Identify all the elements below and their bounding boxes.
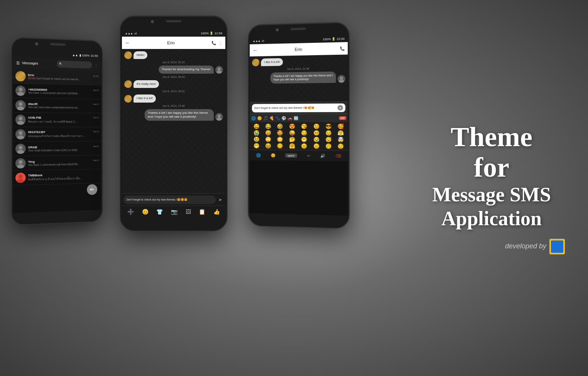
emoji-11[interactable]: 🤩 xyxy=(274,130,286,136)
emoji-cat8[interactable]: 🔤 xyxy=(294,116,298,120)
compose-fab[interactable]: ✏ xyxy=(87,184,97,195)
overflow-center[interactable]: ⋮ xyxy=(218,41,222,45)
call-icon-right[interactable]: 📞 xyxy=(340,46,345,51)
emoji-1[interactable]: 😀 xyxy=(251,123,262,129)
conversation-ying[interactable]: Ying Jun 2 You have 1 unreceived call fr… xyxy=(13,155,101,171)
emoji-17[interactable]: 😢 xyxy=(251,137,262,142)
emoji-cat1[interactable]: 🌐 xyxy=(251,116,256,120)
like-icon[interactable]: 👍 xyxy=(213,209,220,215)
emoji-30[interactable]: 😑 xyxy=(311,143,322,149)
text-section: Theme for Message SMS Application develo… xyxy=(418,122,565,254)
phone-center: ▲▲▲ .ul 100% 🔋 21:59 ← Erin 📞 ⋮ Hello! J… xyxy=(120,15,228,231)
gallery-icon[interactable]: 🖼 xyxy=(186,209,191,215)
keyboard-delete[interactable]: ⌫ xyxy=(335,154,341,158)
emoji-3[interactable]: 🤣 xyxy=(274,123,286,129)
signal-icon: ▲▲ xyxy=(72,53,78,57)
emoji-7[interactable]: 😎 xyxy=(323,123,334,129)
emoji-cat2[interactable]: 😊 xyxy=(257,116,262,120)
emoji-15[interactable]: 😒 xyxy=(323,130,334,136)
emoji-13[interactable]: 😏 xyxy=(298,130,309,136)
msg-row-thanks-lot: Thanks a lot! I am happy you like this t… xyxy=(124,109,223,121)
emoji-28[interactable]: 🤗 xyxy=(286,143,297,149)
emoji-cat5[interactable]: 🐾 xyxy=(275,116,280,120)
emoji-cat6[interactable]: ⚽ xyxy=(281,116,286,120)
overflow-menu-icon[interactable]: ⋮ xyxy=(94,63,98,67)
keyboard-space[interactable]: space xyxy=(285,153,297,158)
avatar-ying xyxy=(15,158,26,169)
emoji-23[interactable]: 😴 xyxy=(323,137,334,142)
conversation-erin[interactable]: Erin 21:57 [Draft] Don't forget to check… xyxy=(13,69,101,86)
conversation-dtac[interactable]: dtacIR Jun 3 You can now enjoy outgoing/… xyxy=(13,98,101,113)
emoji-20[interactable]: 🤔 xyxy=(286,137,297,142)
emoji-16[interactable]: 😤 xyxy=(335,130,346,136)
brand-logo-icon xyxy=(549,239,565,254)
clipboard-icon[interactable]: 📋 xyxy=(199,209,205,215)
emoji-25[interactable]: 😁 xyxy=(251,143,262,148)
avatar-grab xyxy=(15,143,26,154)
emoji-14[interactable]: 🥺 xyxy=(311,130,322,136)
message-preview-uob: พิษเฉพาะคะ! ร่อนนี. วิกานฟรีที Black C..… xyxy=(28,120,99,124)
message-preview-tmb: ยินดีต้อยรับ ม.ม.มี คุณได้รับดอกเบี้ยบาก… xyxy=(28,176,99,182)
camera-icon[interactable]: 📷 xyxy=(171,209,177,215)
emoji-8[interactable]: 🥰 xyxy=(335,123,346,129)
emoji-22[interactable]: 😪 xyxy=(311,137,322,142)
emoji-10[interactable]: 😅 xyxy=(263,130,274,136)
input-field-right[interactable]: Don't forget to check out my new themes … xyxy=(252,103,345,112)
keyboard-emoji[interactable]: 😊 xyxy=(270,153,275,157)
emoji-24[interactable]: 🤯 xyxy=(335,137,346,142)
svg-point-26 xyxy=(254,60,257,63)
send-btn-right[interactable]: ➤ xyxy=(338,105,343,110)
conversation-grab[interactable]: GRAB Jun 2 Your Grab Activation Code (GA… xyxy=(13,141,101,156)
emoji-cat3[interactable]: 🎵 xyxy=(263,116,268,120)
search-placeholder: 🔍 xyxy=(59,62,62,66)
avatar-sent-r xyxy=(338,75,345,83)
svg-point-29 xyxy=(339,79,344,83)
back-button-right[interactable]: ← xyxy=(253,47,258,53)
keyboard-return[interactable]: ↩ xyxy=(307,153,310,158)
call-icon-center[interactable]: 📞 xyxy=(211,41,216,45)
msg-row-thanks-r: Thanks a lot! I am happy you like this t… xyxy=(252,72,345,84)
conversation-0813[interactable]: 0813761387 Jun 3 ขอขอบคุณสำหรับการลงทะเบ… xyxy=(13,127,101,142)
emoji-4[interactable]: 😍 xyxy=(286,123,297,129)
date-0543: Jun 8, 2014, 05:43 xyxy=(124,76,223,78)
emoji-cat4[interactable]: 🍕 xyxy=(269,116,274,120)
emoji-31[interactable]: 🙃 xyxy=(323,143,334,149)
emoji-27[interactable]: 😋 xyxy=(274,143,286,149)
svg-point-22 xyxy=(127,96,130,99)
emoji-32[interactable]: 😌 xyxy=(335,143,346,149)
send-button-center[interactable]: ➤ xyxy=(217,196,224,203)
emoji-cat7[interactable]: 🚗 xyxy=(287,116,292,120)
search-bar[interactable]: 🔍 xyxy=(57,61,92,69)
emoji-29[interactable]: 😐 xyxy=(298,143,309,149)
gif-label[interactable]: GIF xyxy=(339,116,346,120)
avatar-tmb xyxy=(15,173,26,183)
emoji-icon[interactable]: 😊 xyxy=(142,209,149,215)
svg-point-24 xyxy=(218,115,221,118)
menu-icon[interactable]: ☰ xyxy=(16,61,20,65)
avatar-msg-erin xyxy=(124,51,132,59)
emoji-2[interactable]: 😂 xyxy=(263,123,274,129)
sticker-icon[interactable]: 👕 xyxy=(156,209,163,215)
bubble-thanks-lot: Thanks a lot! I am happy you like this t… xyxy=(145,109,214,121)
emoji-9[interactable]: 😭 xyxy=(251,130,262,136)
conversations-list: Erin 21:57 [Draft] Don't forget to check… xyxy=(13,69,101,185)
svg-point-2 xyxy=(19,88,22,91)
conversation-tmb[interactable]: TMBBank ยินดีต้อยรับ ม.ม.มี คุณได้รับดอก… xyxy=(13,169,101,185)
msg-row-like: I like it a lot! xyxy=(124,94,223,102)
back-button-center[interactable]: ← xyxy=(125,40,130,46)
emoji-18[interactable]: 🙄 xyxy=(263,137,274,142)
conversation-uob[interactable]: UOB-PIB Jun 3 พิษเฉพาะคะ! ร่อนนี. วิกานฟ… xyxy=(13,113,101,127)
emoji-6[interactable]: 😊 xyxy=(311,123,322,129)
add-icon[interactable]: ➕ xyxy=(127,209,134,215)
emoji-19[interactable]: 😳 xyxy=(274,137,286,142)
emoji-12[interactable]: 😜 xyxy=(286,130,297,136)
emoji-5[interactable]: 😘 xyxy=(298,123,309,129)
message-input-center[interactable]: Don't forget to check out my new themes … xyxy=(123,196,216,204)
conversation-6622[interactable]: +6622069800 Jun 3 You have 1 unreceived … xyxy=(13,84,101,99)
svg-point-1 xyxy=(17,77,24,81)
keyboard-sound[interactable]: 🔊 xyxy=(321,153,325,158)
emoji-26[interactable]: 😆 xyxy=(263,143,274,149)
brand-row: developed by xyxy=(418,239,565,254)
keyboard-globe[interactable]: 🌐 xyxy=(256,153,261,157)
emoji-21[interactable]: 😬 xyxy=(298,137,309,142)
